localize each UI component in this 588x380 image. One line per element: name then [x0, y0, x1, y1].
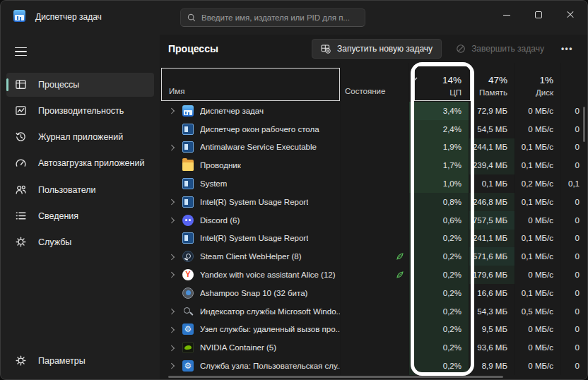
- expand-chevron-icon[interactable]: [169, 218, 175, 223]
- vertical-scrollbar[interactable]: [583, 107, 585, 142]
- memory-cell: 571,6 МБ: [469, 247, 515, 266]
- cpu-cell: 2,4%: [409, 120, 469, 138]
- app-window-icon: [182, 141, 194, 153]
- end-task-label: Завершить задачу: [471, 44, 544, 54]
- disk-cell: 0 МБ/с: [515, 266, 561, 284]
- sidebar-item-label: Журнал приложений: [38, 131, 147, 143]
- process-name: Discord (6): [200, 216, 240, 225]
- cpu-cell: 0,2%: [409, 266, 469, 284]
- sidebar: Процессы Производительность Журнал прило…: [1, 35, 160, 379]
- sidebar-item-details[interactable]: Сведения: [6, 204, 154, 228]
- expand-chevron-icon[interactable]: [169, 272, 175, 278]
- process-name: Ashampoo Snap 10 (32 бита): [200, 289, 307, 297]
- expand-chevron-icon[interactable]: [169, 363, 175, 369]
- memory-cell: 54,5 МБ: [469, 120, 515, 138]
- close-icon: [566, 11, 575, 19]
- search-input[interactable]: [201, 13, 358, 22]
- table-row[interactable]: Antimalware Service Executable 1,9% 244,…: [160, 138, 587, 157]
- sidebar-list: Процессы Производительность Журнал прило…: [6, 73, 154, 254]
- expand-chevron-icon[interactable]: [169, 108, 175, 114]
- memory-cell: 0,1 МБ: [469, 174, 515, 193]
- memory-cell: 244,1 МБ: [469, 138, 515, 157]
- table-row[interactable]: Диспетчер окон рабочего стола 2,4% 54,5 …: [160, 120, 587, 138]
- table-row[interactable]: Ashampoo Snap 10 (32 бита) 0,2% 16,6 МБ …: [160, 284, 587, 302]
- column-header-disk[interactable]: 1% Диск: [515, 63, 561, 102]
- table-row[interactable]: Проводник 1,7% 239,4 МБ 0,1 МБ/с 0: [160, 156, 587, 174]
- expand-chevron-icon[interactable]: [169, 345, 175, 350]
- titlebar: Диспетчер задач: [1, 1, 587, 35]
- table-row[interactable]: Intel(R) System Usage Report 0,2% 241,1 …: [160, 230, 587, 248]
- memory-cell: 246,8 МБ: [469, 193, 515, 211]
- cpu-cell: 0,2%: [409, 321, 469, 339]
- minimize-button[interactable]: [490, 1, 522, 29]
- status-cell: [341, 247, 409, 266]
- process-name: Yandex with voice assistant Alice (12): [200, 271, 336, 279]
- column-header-status[interactable]: Состояние: [341, 63, 409, 102]
- disk-cell: 0,1 МБ/с: [515, 247, 561, 266]
- sidebar-item-processes[interactable]: Процессы: [6, 73, 154, 97]
- run-new-task-button[interactable]: Запустить новую задачу: [312, 39, 442, 59]
- sidebar-item-users[interactable]: Пользователи: [6, 178, 154, 202]
- column-header-network-cut[interactable]: [561, 63, 587, 102]
- memory-cell: 241,1 МБ: [469, 230, 515, 248]
- cpu-cell: 0,2%: [409, 357, 469, 375]
- table-row[interactable]: Intel(R) System Usage Report 0,8% 246,8 …: [160, 193, 587, 211]
- table-row[interactable]: Индексатор службы Microsoft Windo... 0,2…: [160, 302, 587, 321]
- more-options-button[interactable]: •••: [557, 41, 577, 57]
- status-cell: [341, 321, 409, 339]
- service-gear-icon: [182, 323, 194, 335]
- expand-chevron-icon[interactable]: [169, 309, 175, 314]
- disk-cell: 0 МБ/с: [515, 120, 561, 138]
- column-header-memory[interactable]: 47% Память: [469, 63, 515, 102]
- service-gear-icon: [182, 360, 194, 372]
- memory-cell: 16,6 МБ: [469, 284, 515, 302]
- cpu-cell: 0,8%: [409, 193, 469, 211]
- horizontal-scrollbar[interactable]: [168, 376, 503, 378]
- disk-cell: 0 МБ/с: [515, 338, 561, 357]
- table-row[interactable]: Служба узла: Пользовательская слу... 0,2…: [160, 357, 587, 375]
- search-indexer-icon: [182, 306, 194, 317]
- expand-chevron-icon[interactable]: [169, 199, 175, 205]
- status-cell: [341, 338, 409, 357]
- window-title: Диспетчер задач: [35, 12, 102, 22]
- column-header-name[interactable]: Имя: [160, 63, 341, 102]
- table-row[interactable]: Узел службы: удаленный вызов про... 0,2%…: [160, 321, 587, 339]
- table-row[interactable]: System 1,0% 0,1 МБ 0,2 МБ/с 0,1: [160, 174, 587, 193]
- table-row[interactable]: NVIDIA Container (5) 0,2% 93,6 МБ 0 МБ/с…: [160, 338, 587, 357]
- table-row[interactable]: Steam Client WebHelper (8) 0,2% 571,6 МБ…: [160, 247, 587, 266]
- status-cell: [341, 156, 409, 174]
- maximize-button[interactable]: [522, 1, 554, 29]
- cpu-cell: 1,0%: [409, 174, 469, 193]
- process-name-cell: System: [160, 174, 341, 193]
- expand-chevron-icon[interactable]: [169, 145, 175, 150]
- expand-chevron-icon[interactable]: [169, 327, 175, 333]
- search-box[interactable]: [180, 8, 365, 27]
- expand-chevron-icon[interactable]: [169, 254, 175, 259]
- process-name-cell: Ashampoo Snap 10 (32 бита): [160, 284, 341, 302]
- column-header-cpu[interactable]: 14% ЦП: [409, 63, 469, 102]
- sidebar-item-startup[interactable]: Автозагрузка приложений: [6, 151, 154, 175]
- table-row[interactable]: Discord (6) 0,6% 757,5 МБ 0 МБ/с 0: [160, 211, 587, 230]
- disk-cell: 0,1 МБ/с: [515, 138, 561, 157]
- network-cell: 0: [561, 266, 587, 284]
- table-row[interactable]: Yandex with voice assistant Alice (12) 0…: [160, 266, 587, 284]
- process-name-cell: Discord (6): [160, 211, 341, 230]
- disk-cell: 0 МБ/с: [515, 102, 561, 120]
- cpu-cell: 1,9%: [409, 138, 469, 157]
- minimize-icon: [503, 15, 510, 16]
- table-row[interactable]: Диспетчер задач 3,4% 72,9 МБ 0 МБ/с 0: [160, 102, 587, 120]
- close-button[interactable]: [554, 1, 586, 29]
- process-name: Intel(R) System Usage Report: [200, 234, 308, 242]
- disk-cell: 0 МБ/с: [515, 357, 561, 375]
- sidebar-item-performance[interactable]: Производительность: [6, 99, 154, 123]
- end-task-button[interactable]: Завершить задачу: [449, 40, 551, 58]
- toolbar: Процессы Запустить новую задачу: [160, 35, 587, 63]
- sidebar-item-services[interactable]: Службы: [6, 230, 154, 254]
- network-cell: 0: [561, 156, 587, 174]
- nav-menu-button[interactable]: [8, 40, 35, 63]
- sidebar-item-app-history[interactable]: Журнал приложений: [6, 125, 154, 149]
- process-name-cell: Служба узла: Пользовательская слу...: [160, 357, 341, 375]
- sidebar-item-settings[interactable]: Параметры: [6, 349, 154, 373]
- cpu-cell: 0,2%: [409, 230, 469, 248]
- network-cell: 0: [561, 230, 587, 248]
